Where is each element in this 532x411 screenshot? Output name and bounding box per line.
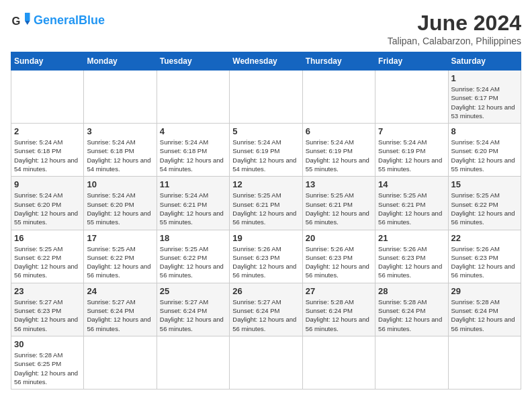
day-info: Sunrise: 5:25 AM Sunset: 6:21 PM Dayligh… [378,191,445,226]
location: Talipan, Calabarzon, Philippines [388,36,521,46]
header-friday: Friday [375,52,448,71]
day-info: Sunrise: 5:25 AM Sunset: 6:22 PM Dayligh… [451,191,518,226]
header-thursday: Thursday [302,52,375,71]
day-info: Sunrise: 5:25 AM Sunset: 6:22 PM Dayligh… [87,244,153,280]
day-number: 18 [160,233,226,243]
table-row: 21Sunrise: 5:26 AM Sunset: 6:23 PM Dayli… [375,230,448,283]
logo-general: General [34,13,79,27]
day-info: Sunrise: 5:26 AM Sunset: 6:23 PM Dayligh… [232,244,299,280]
day-info: Sunrise: 5:24 AM Sunset: 6:20 PM Dayligh… [451,138,518,173]
table-row: 24Sunrise: 5:27 AM Sunset: 6:24 PM Dayli… [84,283,157,336]
svg-marker-1 [25,13,30,21]
calendar-body: 1Sunrise: 5:24 AM Sunset: 6:17 PM Daylig… [11,71,521,390]
calendar-header: Sunday Monday Tuesday Wednesday Thursday… [11,52,521,71]
day-info: Sunrise: 5:24 AM Sunset: 6:19 PM Dayligh… [306,138,372,173]
day-info: Sunrise: 5:24 AM Sunset: 6:18 PM Dayligh… [160,138,226,173]
table-row: 4Sunrise: 5:24 AM Sunset: 6:18 PM Daylig… [157,124,229,177]
calendar-table: Sunday Monday Tuesday Wednesday Thursday… [11,52,521,390]
table-row: 27Sunrise: 5:28 AM Sunset: 6:24 PM Dayli… [302,283,375,336]
table-row: 14Sunrise: 5:25 AM Sunset: 6:21 PM Dayli… [375,177,448,230]
day-number: 23 [14,286,81,296]
table-row [157,336,229,389]
day-number: 21 [378,233,445,243]
day-number: 20 [306,233,372,243]
table-row [230,71,302,124]
day-number: 9 [14,179,81,189]
table-row: 12Sunrise: 5:25 AM Sunset: 6:21 PM Dayli… [230,177,302,230]
day-number: 1 [451,73,518,83]
calendar-week-row: 9Sunrise: 5:24 AM Sunset: 6:20 PM Daylig… [11,177,521,230]
table-row [157,71,229,124]
day-info: Sunrise: 5:27 AM Sunset: 6:23 PM Dayligh… [14,298,81,333]
table-row [375,336,448,389]
table-row: 25Sunrise: 5:27 AM Sunset: 6:24 PM Dayli… [157,283,229,336]
day-info: Sunrise: 5:28 AM Sunset: 6:25 PM Dayligh… [14,351,81,386]
day-number: 22 [451,233,518,243]
title-block: June 2024 Talipan, Calabarzon, Philippin… [388,11,521,46]
table-row [302,336,375,389]
day-number: 27 [306,286,372,296]
table-row: 9Sunrise: 5:24 AM Sunset: 6:20 PM Daylig… [11,177,84,230]
header-monday: Monday [84,52,157,71]
day-number: 17 [87,233,153,243]
day-info: Sunrise: 5:24 AM Sunset: 6:20 PM Dayligh… [87,191,153,226]
day-info: Sunrise: 5:26 AM Sunset: 6:23 PM Dayligh… [378,244,445,280]
day-info: Sunrise: 5:24 AM Sunset: 6:20 PM Dayligh… [14,191,81,226]
day-number: 16 [14,233,81,243]
table-row: 6Sunrise: 5:24 AM Sunset: 6:19 PM Daylig… [302,124,375,177]
day-info: Sunrise: 5:24 AM Sunset: 6:19 PM Dayligh… [378,138,445,173]
day-number: 12 [232,179,299,189]
table-row: 16Sunrise: 5:25 AM Sunset: 6:22 PM Dayli… [11,230,84,283]
logo-blue: Blue [79,13,105,27]
day-number: 24 [87,286,153,296]
day-info: Sunrise: 5:24 AM Sunset: 6:18 PM Dayligh… [87,138,153,173]
svg-marker-2 [25,21,30,25]
day-number: 8 [451,126,518,136]
header-sunday: Sunday [11,52,84,71]
table-row: 7Sunrise: 5:24 AM Sunset: 6:19 PM Daylig… [375,124,448,177]
table-row [448,336,521,389]
month-title: June 2024 [388,11,521,36]
page-header: G GeneralBlue June 2024 Talipan, Calabar… [11,11,521,46]
day-number: 3 [87,126,153,136]
table-row: 3Sunrise: 5:24 AM Sunset: 6:18 PM Daylig… [84,124,157,177]
table-row: 11Sunrise: 5:24 AM Sunset: 6:21 PM Dayli… [157,177,229,230]
table-row: 13Sunrise: 5:25 AM Sunset: 6:21 PM Dayli… [302,177,375,230]
table-row [302,71,375,124]
day-info: Sunrise: 5:26 AM Sunset: 6:23 PM Dayligh… [306,244,372,280]
calendar-week-row: 30Sunrise: 5:28 AM Sunset: 6:25 PM Dayli… [11,336,521,389]
svg-text:G: G [12,15,21,27]
table-row: 1Sunrise: 5:24 AM Sunset: 6:17 PM Daylig… [448,71,521,124]
table-row: 26Sunrise: 5:27 AM Sunset: 6:24 PM Dayli… [230,283,302,336]
table-row: 19Sunrise: 5:26 AM Sunset: 6:23 PM Dayli… [230,230,302,283]
day-number: 2 [14,126,81,136]
table-row: 29Sunrise: 5:28 AM Sunset: 6:24 PM Dayli… [448,283,521,336]
day-number: 5 [232,126,299,136]
day-number: 26 [232,286,299,296]
table-row: 15Sunrise: 5:25 AM Sunset: 6:22 PM Dayli… [448,177,521,230]
day-info: Sunrise: 5:27 AM Sunset: 6:24 PM Dayligh… [160,298,226,333]
weekday-header-row: Sunday Monday Tuesday Wednesday Thursday… [11,52,521,71]
table-row: 22Sunrise: 5:26 AM Sunset: 6:23 PM Dayli… [448,230,521,283]
table-row [84,71,157,124]
table-row: 17Sunrise: 5:25 AM Sunset: 6:22 PM Dayli… [84,230,157,283]
table-row [11,71,84,124]
table-row: 30Sunrise: 5:28 AM Sunset: 6:25 PM Dayli… [11,336,84,389]
day-info: Sunrise: 5:24 AM Sunset: 6:21 PM Dayligh… [160,191,226,226]
day-number: 28 [378,286,445,296]
day-number: 25 [160,286,226,296]
logo-wordmark: GeneralBlue [34,14,105,28]
day-number: 30 [14,339,81,349]
day-info: Sunrise: 5:28 AM Sunset: 6:24 PM Dayligh… [378,298,445,333]
header-saturday: Saturday [448,52,521,71]
day-info: Sunrise: 5:24 AM Sunset: 6:17 PM Dayligh… [451,85,518,120]
day-number: 14 [378,179,445,189]
calendar-week-row: 23Sunrise: 5:27 AM Sunset: 6:23 PM Dayli… [11,283,521,336]
day-info: Sunrise: 5:24 AM Sunset: 6:19 PM Dayligh… [232,138,299,173]
day-info: Sunrise: 5:28 AM Sunset: 6:24 PM Dayligh… [306,298,372,333]
day-number: 13 [306,179,372,189]
table-row: 10Sunrise: 5:24 AM Sunset: 6:20 PM Dayli… [84,177,157,230]
table-row: 2Sunrise: 5:24 AM Sunset: 6:18 PM Daylig… [11,124,84,177]
table-row: 18Sunrise: 5:25 AM Sunset: 6:22 PM Dayli… [157,230,229,283]
logo: G GeneralBlue [11,11,105,31]
